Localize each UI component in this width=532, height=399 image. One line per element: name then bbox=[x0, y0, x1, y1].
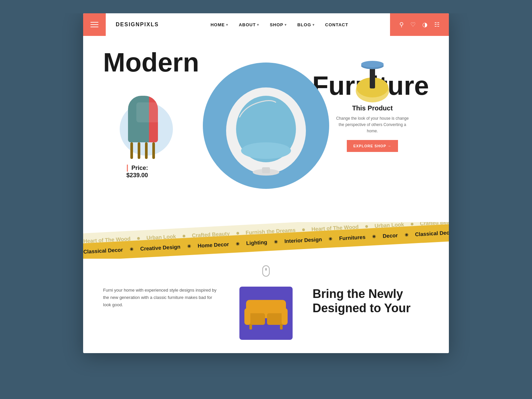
explore-shop-button[interactable]: EXPLORE SHOP → bbox=[347, 140, 398, 152]
nav-home[interactable]: HOME ▾ bbox=[210, 22, 228, 27]
svg-rect-13 bbox=[244, 308, 250, 325]
ticker-star-icon: ✳ bbox=[404, 232, 409, 238]
bottom-heading-text: Bring the Newly Designed to Your bbox=[313, 287, 429, 315]
main-nav: HOME ▾ ABOUT ▾ SHOP ▾ BLOG ▾ CONTACT bbox=[210, 22, 348, 27]
page-wrapper: DESIGNPIXLS HOME ▾ ABOUT ▾ SHOP ▾ BLOG ▾… bbox=[83, 13, 449, 353]
ticker-star-icon: ✳ bbox=[329, 236, 333, 242]
ticker-dot bbox=[302, 228, 305, 231]
header-icons: ⚲ ♡ ◑ ☷ bbox=[390, 13, 449, 36]
bottom-paragraph: Furni your home with experienced style d… bbox=[103, 287, 219, 309]
ticker-star-icon: ✳ bbox=[129, 247, 134, 252]
bg-right-panel bbox=[479, 0, 532, 399]
header: DESIGNPIXLS HOME ▾ ABOUT ▾ SHOP ▾ BLOG ▾… bbox=[83, 13, 449, 36]
ticker-dot bbox=[137, 237, 140, 240]
hamburger-line-2 bbox=[90, 24, 98, 25]
ticker-section: Heart of The Wood Urban Look Crafted Bea… bbox=[83, 222, 449, 259]
center-circle-bg bbox=[203, 63, 329, 189]
chevron-down-icon: ▾ bbox=[257, 23, 259, 27]
cabinet-leg bbox=[130, 142, 133, 159]
cabinet-leg bbox=[138, 142, 140, 159]
svg-rect-15 bbox=[249, 324, 252, 330]
product-small-image bbox=[354, 59, 391, 99]
ticker-dot bbox=[365, 225, 368, 228]
scroll-indicator bbox=[83, 259, 449, 280]
product-card-title: This Product bbox=[336, 104, 409, 112]
nav-blog[interactable]: BLOG ▾ bbox=[297, 22, 315, 27]
bg-top-panel bbox=[53, 0, 479, 13]
logo[interactable]: DESIGNPIXLS bbox=[106, 22, 169, 28]
bottom-section: Furni your home with experienced style d… bbox=[83, 280, 449, 353]
bg-left-panel bbox=[0, 0, 53, 399]
center-product bbox=[196, 59, 336, 199]
chevron-down-icon: ▾ bbox=[226, 23, 228, 27]
ticker-star-icon: ✳ bbox=[274, 239, 278, 245]
svg-rect-4 bbox=[262, 167, 270, 173]
bottom-heading: Bring the Newly Designed to Your bbox=[313, 287, 429, 315]
svg-rect-14 bbox=[282, 308, 288, 325]
hamburger-line-1 bbox=[90, 22, 98, 23]
search-icon[interactable]: ⚲ bbox=[399, 21, 404, 28]
cart-icon[interactable]: ☷ bbox=[434, 21, 440, 28]
nav-contact[interactable]: CONTACT bbox=[325, 22, 348, 27]
chevron-down-icon: ▾ bbox=[313, 23, 315, 27]
ticker-star-icon: ✳ bbox=[187, 244, 191, 249]
ticker-dot bbox=[183, 235, 185, 237]
svg-rect-7 bbox=[370, 66, 375, 88]
cabinet-leg bbox=[145, 142, 148, 159]
account-icon[interactable]: ◑ bbox=[422, 21, 428, 28]
ticker-dot bbox=[411, 223, 413, 225]
hamburger-button[interactable] bbox=[83, 13, 106, 36]
chevron-down-icon: ▾ bbox=[285, 23, 287, 27]
cabinet-leg bbox=[152, 142, 155, 159]
svg-point-2 bbox=[241, 142, 291, 159]
scroll-dot bbox=[265, 268, 267, 271]
cabinet-image bbox=[123, 96, 166, 159]
ticker-star-icon: ✳ bbox=[372, 234, 376, 240]
cabinet-body bbox=[128, 96, 158, 142]
left-product: | Price: $239.00 bbox=[123, 96, 166, 159]
price-label: Price: $239.00 bbox=[126, 165, 148, 179]
nav-shop[interactable]: SHOP ▾ bbox=[270, 22, 287, 27]
svg-rect-16 bbox=[280, 324, 283, 330]
product-card-description: Change the look of your house is change … bbox=[336, 115, 409, 135]
ticker-dot bbox=[236, 232, 239, 234]
hero-content: Modern | Price: $239 bbox=[103, 49, 429, 215]
hamburger-line-3 bbox=[90, 27, 98, 27]
price-accent: | bbox=[126, 163, 128, 172]
cabinet-legs bbox=[130, 142, 155, 159]
ball-chair-svg bbox=[219, 77, 313, 181]
wishlist-icon[interactable]: ♡ bbox=[410, 21, 416, 28]
scroll-mouse-icon bbox=[262, 265, 270, 277]
price-tag: | Price: $239.00 bbox=[126, 163, 166, 179]
yellow-sofa-svg bbox=[243, 295, 289, 332]
hero-section: Modern | Price: $239 bbox=[83, 36, 449, 215]
pedestal-svg bbox=[354, 59, 391, 102]
nav-about[interactable]: ABOUT ▾ bbox=[239, 22, 259, 27]
right-product-card: This Product Change the look of your hou… bbox=[336, 59, 409, 152]
bottom-chair-image bbox=[239, 287, 293, 340]
ticker-star-icon: ✳ bbox=[235, 241, 240, 247]
svg-point-9 bbox=[361, 61, 384, 67]
bottom-body-text: Furni your home with experienced style d… bbox=[103, 287, 219, 309]
cabinet-door bbox=[136, 102, 160, 122]
